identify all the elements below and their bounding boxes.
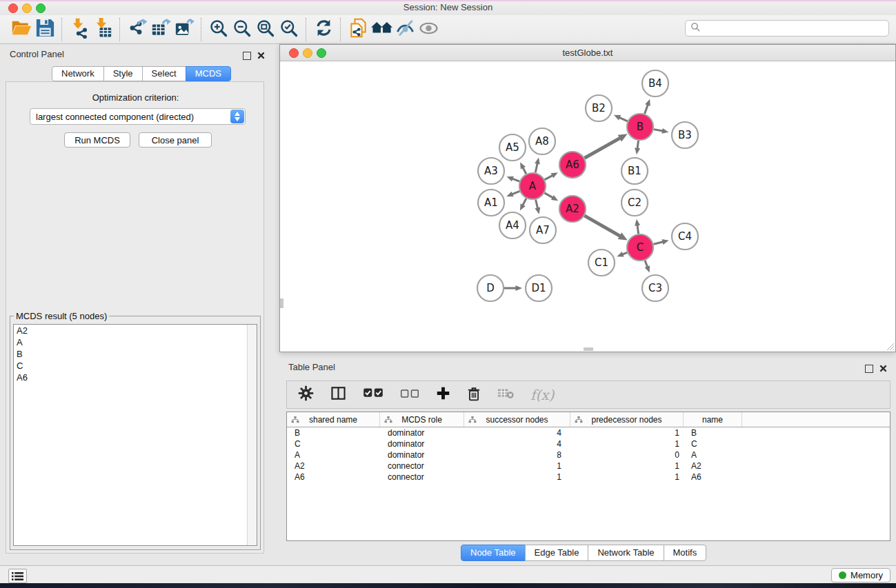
search-input[interactable] — [704, 23, 888, 34]
table-cell[interactable]: B — [287, 427, 380, 438]
mcds-result-list[interactable]: A2ABCA6 — [13, 324, 257, 546]
column-header-successor-nodes[interactable]: successor nodes — [464, 412, 570, 427]
export-image-button[interactable] — [172, 18, 196, 41]
mcds-result-item[interactable]: C — [14, 361, 257, 372]
table-cell[interactable]: connector — [380, 472, 464, 483]
table-cell[interactable]: 1 — [464, 472, 570, 483]
open-session-button[interactable] — [10, 18, 33, 41]
graph-edge-A-A4[interactable] — [523, 199, 526, 205]
zoom-out-button[interactable] — [230, 18, 254, 41]
save-session-button[interactable] — [33, 18, 57, 41]
mcds-result-scrollbar[interactable] — [247, 325, 257, 545]
export-network-button[interactable] — [126, 18, 149, 41]
table-cell[interactable]: B — [684, 427, 742, 438]
graph-edge-C-C4[interactable] — [653, 242, 663, 244]
graph-edge-B-B4[interactable] — [645, 105, 648, 114]
table-cell[interactable]: 1 — [570, 472, 684, 483]
table-row-A6[interactable]: A6connector11A6 — [287, 472, 890, 483]
table-cell[interactable]: 0 — [570, 449, 684, 460]
mcds-result-item[interactable]: B — [14, 349, 257, 360]
network-canvas-svg[interactable]: AA6A2BCA3A5A8A1A4A7B2B4B3B1C2C1C4C3DD1 — [280, 61, 895, 352]
column-header-predecessor-nodes[interactable]: predecessor nodes — [570, 412, 684, 427]
zoom-fit-button[interactable] — [254, 18, 277, 41]
table-cell[interactable]: A2 — [287, 460, 380, 472]
clone-network-button[interactable] — [346, 18, 370, 41]
table-cell[interactable]: C — [684, 438, 742, 449]
delete-column-button[interactable] — [467, 386, 481, 404]
table-cell[interactable]: dominator — [380, 438, 464, 449]
graph-edge-A-A7[interactable] — [536, 199, 538, 208]
close-panel-button[interactable]: Close panel — [139, 132, 212, 148]
refresh-layout-button[interactable] — [312, 18, 335, 41]
graph-edge-A-A3[interactable] — [512, 179, 520, 181]
tab-network[interactable]: Network — [52, 66, 104, 81]
deselect-all-button[interactable] — [400, 387, 419, 403]
close-panel-icon[interactable] — [257, 50, 265, 62]
table-cell[interactable]: dominator — [380, 427, 464, 438]
show-graphics-details-button[interactable] — [417, 18, 440, 41]
table-cell[interactable]: 1 — [570, 427, 684, 438]
graph-edge-A6-B[interactable] — [584, 138, 620, 158]
graph-edge-B-B3[interactable] — [654, 130, 663, 131]
graph-edge-A-A8[interactable] — [535, 163, 537, 173]
export-table-button[interactable] — [149, 18, 172, 41]
table-cell[interactable]: 4 — [464, 427, 570, 438]
network-horizontal-scroll-thumb[interactable] — [584, 347, 593, 351]
graph-edge-B-B2[interactable] — [619, 117, 628, 121]
task-history-button[interactable] — [8, 569, 27, 583]
table-cell[interactable]: A2 — [684, 460, 742, 472]
gear-button[interactable] — [298, 385, 314, 404]
tab-style[interactable]: Style — [103, 66, 143, 81]
table-row-C[interactable]: Cdominator41C — [287, 438, 890, 449]
table-cell[interactable]: A6 — [287, 472, 380, 483]
mcds-result-item[interactable]: A2 — [14, 325, 257, 336]
float-table-panel-icon[interactable] — [865, 365, 873, 373]
table-cell[interactable]: 4 — [464, 438, 570, 449]
table-cell[interactable]: A6 — [684, 472, 742, 483]
home-button[interactable] — [370, 18, 393, 41]
graph-edge-A2-C[interactable] — [584, 216, 620, 236]
criterion-dropdown[interactable]: largest connected component (directed) — [30, 108, 246, 125]
table-cell[interactable]: 1 — [570, 460, 684, 472]
table-cell[interactable]: 1 — [570, 438, 684, 449]
resize-grip-icon[interactable] — [886, 343, 895, 351]
tab-edge-table[interactable]: Edge Table — [525, 545, 589, 561]
tab-node-table[interactable]: Node Table — [461, 545, 526, 561]
table-cell[interactable]: dominator — [380, 449, 464, 460]
table-row-A[interactable]: Adominator80A — [287, 449, 890, 460]
graph-edge-A-A6[interactable] — [545, 175, 553, 179]
hide-graphics-details-button[interactable] — [393, 18, 417, 41]
tab-motifs[interactable]: Motifs — [664, 545, 707, 561]
network-window-titlebar[interactable]: testGlobe.txt — [280, 45, 895, 61]
column-header-shared-name[interactable]: shared name — [287, 412, 380, 427]
import-table-button[interactable] — [91, 18, 115, 41]
tab-mcds[interactable]: MCDS — [186, 66, 231, 81]
zoom-in-button[interactable] — [207, 18, 230, 41]
table-cell[interactable]: A — [287, 449, 380, 460]
zoom-selected-button[interactable] — [277, 18, 301, 41]
table-cell[interactable]: connector — [380, 460, 464, 472]
float-panel-icon[interactable] — [243, 52, 251, 60]
table-cell[interactable]: 8 — [464, 449, 570, 460]
add-column-button[interactable] — [436, 386, 450, 403]
table-row-A2[interactable]: A2connector11A2 — [287, 460, 890, 472]
graph-edge-B-B1[interactable] — [637, 141, 638, 149]
import-network-button[interactable] — [68, 18, 91, 41]
column-header-name[interactable]: name — [684, 412, 742, 427]
graph-edge-C-C2[interactable] — [637, 225, 639, 234]
graph-edge-C-C1[interactable] — [622, 252, 627, 254]
memory-button[interactable]: Memory — [831, 568, 890, 582]
table-cell[interactable]: C — [287, 438, 380, 449]
run-mcds-button[interactable]: Run MCDS — [64, 132, 130, 148]
tab-network-table[interactable]: Network Table — [588, 545, 664, 561]
network-vertical-scroll-thumb[interactable] — [280, 298, 283, 308]
graph-edge-A-A5[interactable] — [523, 168, 526, 174]
table-cell[interactable]: 1 — [464, 460, 570, 472]
column-header-MCDS-role[interactable]: MCDS role — [380, 412, 464, 427]
table-cell[interactable]: A — [684, 449, 742, 460]
graph-edge-A-A1[interactable] — [512, 191, 519, 194]
table-row-B[interactable]: Bdominator41B — [287, 427, 890, 438]
close-table-panel-icon[interactable] — [879, 363, 887, 375]
graph-edge-A-A2[interactable] — [544, 193, 552, 198]
mcds-result-item[interactable]: A6 — [14, 372, 257, 383]
